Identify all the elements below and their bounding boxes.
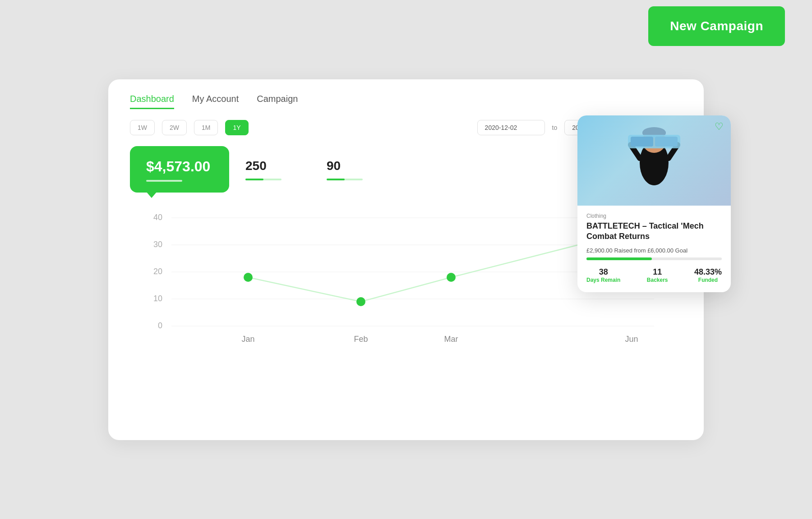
funded-label: Funded — [694, 277, 722, 283]
campaign-body: Clothing ♡ BATTLETECH – Tactical 'Mech C… — [577, 206, 731, 293]
funded-stat: 48.33% Funded — [694, 267, 722, 283]
campaign-card: Clothing ♡ BATTLETECH – Tactical 'Mech C… — [577, 115, 731, 293]
funded-value: 48.33% — [694, 267, 722, 277]
progress-bar-bg — [586, 257, 722, 260]
campaign-raised: £2,900.00 Raised from £6,000.00 Goal — [586, 247, 722, 254]
campaign-category: Clothing — [586, 213, 606, 219]
main-card: Dashboard My Account Campaign 1W 2W 1M 1… — [108, 79, 704, 440]
secondary-stat-card: 250 — [229, 146, 310, 200]
svg-text:0: 0 — [158, 321, 162, 330]
svg-text:Mar: Mar — [444, 335, 458, 344]
period-1y[interactable]: 1Y — [225, 120, 248, 135]
nav-dashboard[interactable]: Dashboard — [130, 94, 174, 109]
person-figure — [627, 118, 681, 203]
campaign-header-row: Clothing ♡ — [586, 213, 722, 221]
campaign-title: BATTLETECH – Tactical 'Mech Combat Retur… — [586, 221, 722, 242]
progress-bar-fill — [586, 257, 652, 260]
backers-stat: 11 Backers — [647, 267, 668, 283]
svg-text:Jan: Jan — [241, 335, 254, 344]
primary-stat-card: $4,573.00 — [130, 146, 229, 193]
svg-point-10 — [244, 273, 253, 282]
date-from-input[interactable] — [477, 120, 545, 135]
primary-stat-bar — [146, 180, 182, 182]
secondary-stat-value: 250 — [245, 159, 294, 173]
days-remain-stat: 38 Days Remain — [586, 267, 620, 283]
svg-point-11 — [356, 297, 365, 306]
svg-rect-25 — [631, 137, 653, 147]
tertiary-stat-card: 90 — [310, 146, 392, 200]
svg-text:20: 20 — [153, 267, 162, 276]
nav-my-account[interactable]: My Account — [192, 94, 239, 109]
backers-label: Backers — [647, 277, 668, 283]
svg-point-12 — [447, 273, 456, 282]
tertiary-stat-bar — [327, 179, 363, 180]
secondary-stat-bar — [245, 179, 281, 180]
backers-value: 11 — [647, 267, 668, 277]
nav-campaign[interactable]: Campaign — [257, 94, 298, 109]
svg-text:10: 10 — [153, 294, 162, 303]
svg-text:Jun: Jun — [625, 335, 638, 344]
page-wrapper: New Campaign Dashboard My Account Campai… — [0, 0, 812, 519]
svg-text:30: 30 — [153, 240, 162, 249]
heart-icon[interactable]: ♡ — [715, 121, 724, 133]
main-nav: Dashboard My Account Campaign — [108, 79, 704, 109]
svg-rect-26 — [655, 137, 678, 147]
campaign-stats: 38 Days Remain 11 Backers 48.33% Funded — [586, 267, 722, 283]
days-remain-value: 38 — [586, 267, 620, 277]
to-label: to — [552, 124, 558, 131]
svg-text:40: 40 — [153, 213, 162, 222]
days-remain-label: Days Remain — [586, 277, 620, 283]
period-1w[interactable]: 1W — [130, 120, 155, 135]
svg-text:Feb: Feb — [354, 335, 368, 344]
campaign-image — [577, 115, 731, 206]
tertiary-stat-value: 90 — [327, 159, 375, 173]
period-2w[interactable]: 2W — [162, 120, 187, 135]
new-campaign-button[interactable]: New Campaign — [648, 6, 785, 46]
primary-stat-value: $4,573.00 — [146, 159, 213, 175]
period-1m[interactable]: 1M — [194, 120, 218, 135]
